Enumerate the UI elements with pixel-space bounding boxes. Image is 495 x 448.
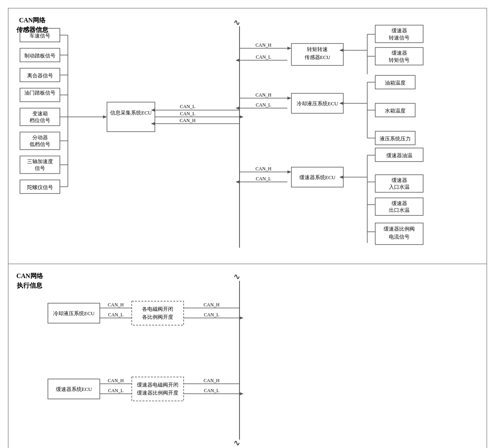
- svg-text:油箱温度: 油箱温度: [385, 80, 406, 86]
- svg-text:缓速器系统ECU: 缓速器系统ECU: [299, 174, 336, 180]
- svg-marker-64: [287, 97, 291, 100]
- svg-text:CAN_H: CAN_H: [255, 92, 271, 98]
- svg-text:转矩转速: 转矩转速: [307, 46, 328, 52]
- svg-text:缓速器: 缓速器: [392, 200, 407, 206]
- svg-text:CAN_H: CAN_H: [108, 302, 124, 308]
- svg-text:传感器ECU: 传感器ECU: [305, 54, 331, 60]
- svg-text:缓速器比例阀: 缓速器比例阀: [384, 226, 415, 232]
- svg-text:CAN_L: CAN_L: [256, 102, 271, 108]
- svg-text:三轴加速度: 三轴加速度: [27, 158, 53, 164]
- svg-marker-47: [236, 59, 240, 62]
- top-diagram-svg: 车速信号 制动踏板信号 离合器信号 油门踏板信号 变速箱 档位信号 分动器 低档…: [16, 16, 479, 256]
- svg-text:转矩信号: 转矩信号: [389, 57, 410, 63]
- svg-text:变速箱: 变速箱: [32, 111, 48, 116]
- svg-text:CAN_L: CAN_L: [204, 312, 220, 318]
- bottom-section-label: CAN网络 执行信息: [16, 271, 43, 290]
- svg-text:制动踏板信号: 制动踏板信号: [24, 53, 55, 59]
- svg-text:缓速器电磁阀开闭: 缓速器电磁阀开闭: [137, 382, 178, 388]
- svg-rect-118: [132, 301, 184, 325]
- svg-text:离合器信号: 离合器信号: [27, 73, 53, 79]
- bottom-section: CAN网络 执行信息 ∿ ∿ CAN_H CAN_L: [8, 264, 487, 448]
- svg-marker-84: [287, 170, 291, 174]
- svg-text:水箱温度: 水箱温度: [385, 108, 406, 114]
- svg-rect-134: [132, 377, 184, 401]
- svg-text:各电磁阀开闭: 各电磁阀开闭: [142, 306, 173, 312]
- svg-text:低档信号: 低档信号: [30, 141, 50, 147]
- svg-text:CAN_L: CAN_L: [256, 176, 271, 182]
- svg-text:∿: ∿: [234, 438, 240, 447]
- svg-text:CAN_H: CAN_H: [108, 378, 124, 383]
- svg-text:电流信号: 电流信号: [389, 234, 410, 240]
- svg-text:缓速器: 缓速器: [392, 28, 407, 34]
- svg-text:缓速器比例阀开度: 缓速器比例阀开度: [137, 390, 178, 396]
- svg-text:CAN_H: CAN_H: [255, 42, 271, 48]
- svg-text:CAN_L: CAN_L: [204, 388, 220, 393]
- svg-text:CAN_L: CAN_L: [108, 312, 124, 318]
- svg-text:信号: 信号: [35, 165, 45, 171]
- svg-text:出口水温: 出口水温: [389, 207, 410, 213]
- svg-text:陀螺仪信号: 陀螺仪信号: [27, 184, 53, 190]
- svg-text:CAN_H: CAN_H: [255, 166, 271, 172]
- svg-text:∿: ∿: [234, 18, 240, 27]
- svg-text:CAN_H: CAN_H: [180, 118, 196, 123]
- svg-text:转速信号: 转速信号: [389, 35, 410, 41]
- svg-marker-38: [240, 115, 244, 118]
- svg-marker-44: [287, 47, 291, 50]
- svg-text:∿: ∿: [234, 272, 240, 281]
- svg-marker-132: [240, 392, 244, 395]
- svg-marker-67: [236, 107, 240, 110]
- svg-rect-30: [107, 102, 155, 132]
- svg-text:档位信号: 档位信号: [29, 117, 50, 123]
- bottom-diagram-svg: ∿ ∿ CAN_H CAN_L 各电磁阀开闭 各比例阀开度: [16, 272, 479, 448]
- svg-text:分动器: 分动器: [32, 134, 48, 140]
- top-section: CAN网络 传感器信息 车速信号 制动踏板信号 离合器信号 油门踏板信号: [8, 8, 487, 264]
- svg-text:CAN_L: CAN_L: [108, 388, 124, 393]
- svg-text:缓速器油温: 缓速器油温: [386, 152, 412, 158]
- svg-text:CAN_L: CAN_L: [180, 104, 196, 109]
- svg-text:缓速器系统ECU: 缓速器系统ECU: [56, 386, 93, 392]
- svg-text:冷却液压系统ECU: 冷却液压系统ECU: [53, 310, 95, 316]
- main-container: CAN网络 传感器信息 车速信号 制动踏板信号 离合器信号 油门踏板信号: [8, 8, 487, 448]
- svg-text:信息采集系统ECU: 信息采集系统ECU: [110, 110, 152, 116]
- svg-text:冷却液压系统ECU: 冷却液压系统ECU: [297, 101, 339, 107]
- svg-text:入口水温: 入口水温: [389, 184, 410, 190]
- svg-text:缓速器: 缓速器: [392, 177, 407, 183]
- svg-text:CAN_H: CAN_H: [204, 378, 220, 383]
- svg-text:各比例阀开度: 各比例阀开度: [142, 314, 173, 320]
- svg-text:油门踏板信号: 油门踏板信号: [24, 90, 55, 96]
- svg-text:CAN_H: CAN_H: [204, 302, 220, 308]
- svg-marker-29: [103, 115, 107, 118]
- svg-text:液压系统压力: 液压系统压力: [380, 136, 411, 142]
- svg-text:CAN_L: CAN_L: [256, 54, 271, 60]
- svg-text:CAN_L: CAN_L: [180, 111, 196, 116]
- svg-text:缓速器: 缓速器: [392, 50, 407, 56]
- top-section-label: CAN网络 传感器信息: [16, 16, 48, 35]
- svg-marker-116: [240, 316, 244, 320]
- svg-marker-87: [236, 180, 240, 184]
